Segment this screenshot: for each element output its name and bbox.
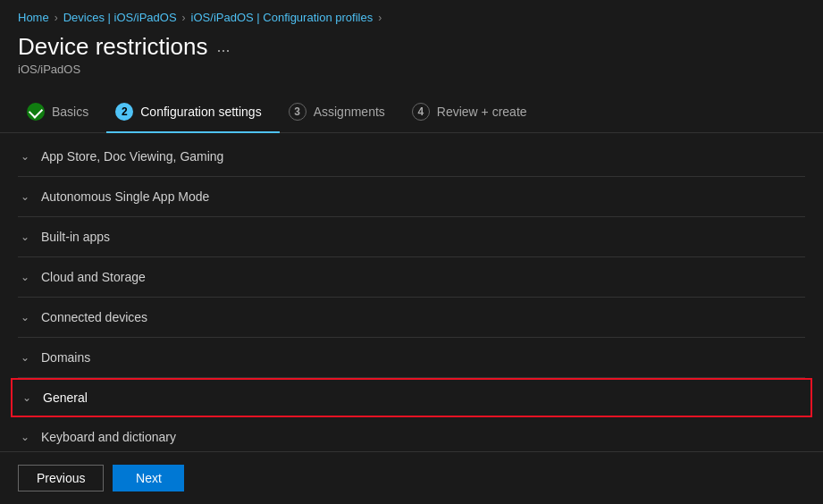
- tab-configuration[interactable]: 2 Configuration settings: [106, 94, 279, 133]
- settings-item-general[interactable]: ⌄ General: [11, 378, 812, 417]
- chevron-down-icon: ⌄: [20, 391, 34, 404]
- previous-button[interactable]: Previous: [18, 465, 104, 491]
- breadcrumb-profiles[interactable]: iOS/iPadOS | Configuration profiles: [191, 11, 374, 24]
- settings-item-domains-label: Domains: [41, 350, 90, 365]
- chevron-down-icon: ⌄: [18, 311, 32, 323]
- chevron-down-icon: ⌄: [18, 231, 32, 243]
- checkmark-icon: [29, 104, 43, 118]
- chevron-down-icon: ⌄: [18, 271, 32, 283]
- tab-basics[interactable]: Basics: [18, 94, 106, 133]
- settings-item-connected-devices-label: Connected devices: [41, 310, 147, 324]
- settings-item-cloud-storage-label: Cloud and Storage: [41, 270, 146, 284]
- tab-review-label: Review + create: [437, 105, 527, 119]
- breadcrumb-home[interactable]: Home: [18, 11, 49, 24]
- settings-item-built-in[interactable]: ⌄ Built-in apps: [18, 217, 805, 257]
- settings-item-autonomous[interactable]: ⌄ Autonomous Single App Mode: [18, 177, 805, 217]
- tab-basics-label: Basics: [52, 105, 88, 119]
- tab-configuration-label: Configuration settings: [140, 105, 261, 119]
- breadcrumb: Home › Devices | iOS/iPadOS › iOS/iPadOS…: [0, 0, 823, 29]
- tab-configuration-circle: 2: [115, 103, 133, 121]
- footer-buttons: Previous Next: [0, 451, 823, 504]
- tab-assignments-circle: 3: [289, 103, 307, 121]
- page-title-text: Device restrictions: [18, 33, 207, 61]
- breadcrumb-sep-2: ›: [182, 12, 186, 24]
- page-title-ellipsis[interactable]: ...: [216, 38, 230, 56]
- breadcrumb-devices[interactable]: Devices | iOS/iPadOS: [63, 11, 177, 24]
- tab-assignments-label: Assignments: [314, 105, 385, 119]
- page-header: Device restrictions ... iOS/iPadOS: [0, 29, 823, 85]
- settings-item-connected-devices[interactable]: ⌄ Connected devices: [18, 298, 805, 338]
- tab-assignments[interactable]: 3 Assignments: [280, 94, 403, 133]
- settings-list: ⌄ App Store, Doc Viewing, Gaming ⌄ Auton…: [0, 137, 823, 458]
- breadcrumb-sep-1: ›: [55, 12, 58, 24]
- tab-review-circle: 4: [412, 103, 430, 121]
- settings-item-cloud-storage[interactable]: ⌄ Cloud and Storage: [18, 257, 805, 298]
- settings-item-app-store-label: App Store, Doc Viewing, Gaming: [41, 149, 223, 164]
- tab-review[interactable]: 4 Review + create: [403, 94, 545, 133]
- settings-item-app-store[interactable]: ⌄ App Store, Doc Viewing, Gaming: [18, 137, 805, 177]
- chevron-down-icon: ⌄: [18, 150, 32, 163]
- settings-item-keyboard-label: Keyboard and dictionary: [41, 430, 176, 444]
- chevron-down-icon: ⌄: [18, 190, 32, 203]
- tab-basics-circle: [27, 103, 45, 121]
- breadcrumb-sep-3: ›: [378, 12, 382, 24]
- settings-item-autonomous-label: Autonomous Single App Mode: [41, 189, 209, 204]
- chevron-down-icon: ⌄: [18, 431, 32, 443]
- wizard-tabs: Basics 2 Configuration settings 3 Assign…: [0, 85, 823, 133]
- next-button[interactable]: Next: [113, 465, 184, 491]
- settings-item-built-in-label: Built-in apps: [41, 230, 110, 244]
- settings-item-domains[interactable]: ⌄ Domains: [18, 338, 805, 378]
- settings-item-general-label: General: [43, 391, 88, 405]
- chevron-down-icon: ⌄: [18, 351, 32, 364]
- page-subtitle: iOS/iPadOS: [18, 63, 805, 76]
